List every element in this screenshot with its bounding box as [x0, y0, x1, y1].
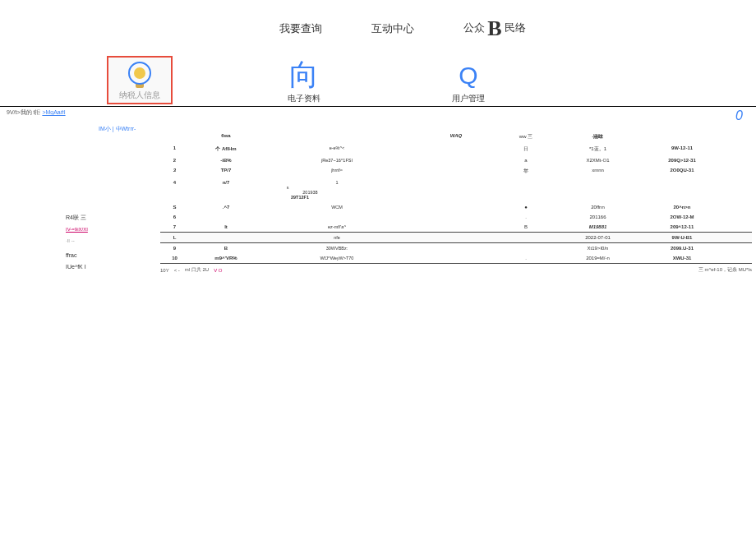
pager: 10Y < - ml 口共 2U V O 三 m^ef-10，记条 MU*Is [160, 264, 752, 276]
table-row[interactable]: 2-iB%jRe37~16^1FSIaX2XMt-O1209Q>12-31 [160, 155, 752, 165]
taxpayer-info-tab[interactable]: 纳税人信息 [107, 56, 173, 104]
nav-public[interactable]: 公众 B 民络 [463, 16, 527, 41]
edocs-icon: 向 [289, 60, 319, 90]
table-row[interactable]: 10m9^'VR%WfJ^WeyW>T70.2019≈M/-nXWU-31 [160, 253, 752, 264]
side-row-2: IUe^fK I [66, 261, 88, 273]
nav-zl-text: 民络 [505, 21, 526, 34]
page-prev[interactable]: < - [174, 268, 180, 273]
edocs-label: 电子资料 [288, 93, 320, 104]
page-size[interactable]: 10Y [160, 268, 169, 273]
breadcrumb-text: 9V/t>我的 t拒 [7, 109, 40, 115]
table-row[interactable]: 6.2011662OW-12-M [160, 212, 752, 222]
user-mgmt-label: 用户管理 [452, 93, 485, 104]
nav-gz-text: 公众 [463, 21, 485, 34]
side-row-1: ffrac [66, 250, 88, 261]
count-badge: 0 [735, 108, 749, 123]
side-info: R4联 三 IV-=9iX/XI ·II -- ffrac IUe^fK I [66, 212, 88, 273]
taxpayer-badge-icon [128, 62, 151, 85]
col-2-header: 6wa [189, 133, 263, 141]
subtabs: IM小 | 中Wtrrr- [99, 125, 756, 133]
subtab-1[interactable]: IM小 [99, 126, 111, 131]
table-row[interactable]: S.^7WCM●20ffnn20^n>n [160, 202, 752, 212]
table-row[interactable]: Lnfe2022-07-019W-U-B1 [160, 232, 752, 243]
breadcrumb: 9V/t>我的 t拒 >MgAa#I [7, 108, 66, 123]
user-mgmt-icon: Q [459, 62, 477, 90]
table-row[interactable]: 9B30WVBBz:Xt19>I0/n2099.U-31 [160, 243, 752, 253]
col-5-header: ww 三 [501, 133, 551, 141]
table-row[interactable]: 4n/71s20193829T12F1 [160, 178, 752, 202]
nav-query[interactable]: 我要查询 [279, 21, 322, 36]
page-vo[interactable]: V O [214, 268, 222, 273]
side-sub: ·II -- [66, 235, 88, 247]
side-link[interactable]: IV-=9iX/XI [66, 224, 88, 235]
edocs-tab[interactable]: 向 电子资料 [271, 60, 337, 104]
table-row[interactable]: 7ltez-mf/'a^BM19881209^12-11 [160, 222, 752, 232]
table-header: 6wa WAQ ww 三 -涵味 [160, 133, 752, 143]
side-header: R4联 三 [66, 212, 88, 224]
page-total: 三 m^ef-10，记条 MU*Is [698, 266, 752, 274]
col-6-header: -涵味 [551, 133, 645, 141]
nav-hudong[interactable]: 互动中心 [371, 21, 414, 36]
taxpayer-info-label: 纳税人信息 [115, 90, 164, 101]
table-row[interactable]: 1个 AfIHme-e%^<日*1蓝。19W-12-11 [160, 143, 752, 155]
data-table: 6wa WAQ ww 三 -涵味 1个 AfIHme-e%^<日*1蓝。19W-… [160, 133, 752, 276]
page-info: ml 口共 2U [185, 266, 209, 274]
col-4-header: WAQ [411, 133, 501, 141]
table-row[interactable]: 3TP/7jhrrif≈举xmnn2O0QU-31 [160, 165, 752, 178]
subtab-2[interactable]: 中Wtrrr- [116, 126, 136, 131]
nav-b-letter: B [487, 16, 501, 40]
breadcrumb-link[interactable]: >MgAa#I [42, 109, 65, 115]
user-mgmt-tab[interactable]: Q 用户管理 [436, 62, 501, 104]
